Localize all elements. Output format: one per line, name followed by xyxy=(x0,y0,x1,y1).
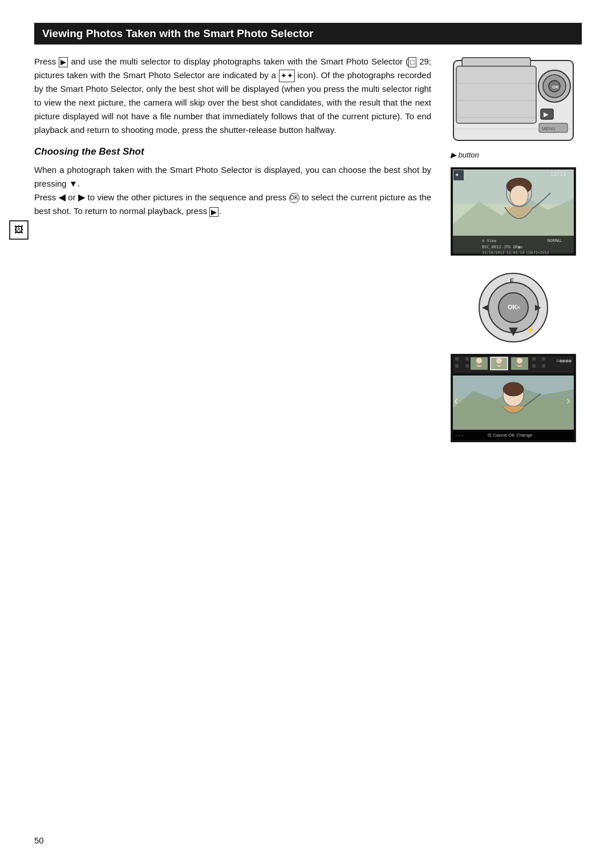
svg-text:›: › xyxy=(566,394,570,406)
svg-text:OK: OK xyxy=(552,84,559,90)
svg-point-48 xyxy=(496,358,502,364)
svg-text:≡●●●●: ≡●●●● xyxy=(556,358,572,364)
svg-text:15/10/2012 11:05:19  □3672×255: 15/10/2012 11:05:19 □3672×2552 xyxy=(482,251,549,255)
filmstrip-screen: ≡●●●● ‹ › xyxy=(451,354,576,445)
lcd-screen-top: ✦ 12/13 ⊡ Vie xyxy=(451,167,576,258)
main-text: Press ▶ and use the multi selector to di… xyxy=(34,55,431,137)
svg-text:◀: ◀ xyxy=(482,302,488,312)
svg-text:⊡ View: ⊡ View xyxy=(482,239,497,243)
svg-rect-52 xyxy=(532,364,536,368)
svg-rect-43 xyxy=(465,357,469,361)
svg-text:MENU: MENU xyxy=(542,126,556,131)
svg-rect-44 xyxy=(465,364,469,368)
svg-rect-51 xyxy=(532,357,536,361)
section-title: Viewing Photos Taken with the Smart Phot… xyxy=(34,23,582,45)
svg-point-60 xyxy=(503,382,524,396)
svg-rect-54 xyxy=(542,364,545,368)
playback-button-icon: ▶ xyxy=(59,57,68,67)
playback-icon-2: ▶ xyxy=(209,207,218,217)
svg-text:✕: ✕ xyxy=(516,305,521,310)
right-image-column: OK ▶ MENU ▶ button xyxy=(445,55,582,445)
svg-rect-41 xyxy=(455,357,459,361)
dial-illustration: OK ✕ F ◀ ▶ ⚡ xyxy=(476,271,550,347)
side-icon: 🖼 xyxy=(9,220,29,240)
sub-heading: Choosing the Best Shot xyxy=(34,146,431,158)
svg-rect-53 xyxy=(542,357,545,361)
svg-rect-42 xyxy=(455,364,459,368)
smart-selector-icon: ✦✦ xyxy=(279,70,295,83)
second-text: When a photograph taken with the Smart P… xyxy=(34,163,431,218)
svg-text:F: F xyxy=(510,277,514,284)
svg-point-46 xyxy=(476,358,482,364)
svg-text:NORMAL: NORMAL xyxy=(548,239,562,243)
svg-point-50 xyxy=(517,358,522,364)
button-caption: ▶ button xyxy=(451,151,576,159)
page-number: 50 xyxy=(34,835,44,845)
svg-text:BSC_0012.JPG  OK▣✕: BSC_0012.JPG OK▣✕ xyxy=(482,245,523,249)
book-icon: □ xyxy=(408,57,416,67)
ok-button-icon: OK xyxy=(289,193,299,203)
svg-text:▶: ▶ xyxy=(535,302,541,312)
svg-text:‹: ‹ xyxy=(454,394,458,406)
camera-illustration: OK ▶ MENU xyxy=(451,55,576,148)
svg-text:▶: ▶ xyxy=(544,111,549,118)
svg-point-23 xyxy=(510,185,528,206)
svg-text:⊡ Cancel  OK Change: ⊡ Cancel OK Change xyxy=(488,433,533,438)
svg-text:⚡: ⚡ xyxy=(526,325,535,334)
svg-rect-2 xyxy=(456,66,536,123)
svg-text:☆☆☆: ☆☆☆ xyxy=(455,433,464,438)
